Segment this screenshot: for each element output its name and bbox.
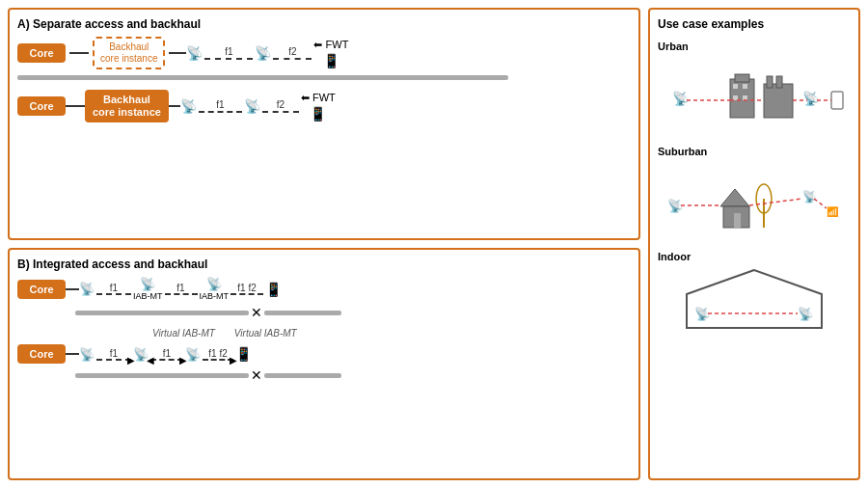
f1c-f2-b2: f1 f2 [208, 348, 227, 359]
cross-b1: ✕ [251, 305, 262, 320]
core-box-b1: Core [17, 280, 66, 299]
signal-a1-1: 📡 [186, 45, 203, 61]
svg-rect-6 [764, 84, 793, 118]
core-box-b2: Core [17, 344, 66, 364]
f1b-b2: f1 [163, 348, 171, 359]
svg-rect-18 [734, 213, 741, 228]
svg-rect-2 [733, 84, 738, 89]
signal-a2-2: 📡 [244, 98, 260, 114]
signal-a1-2: 📡 [255, 45, 271, 61]
signal-b1-2: 📡 [140, 277, 155, 291]
f1c-f2-b1: f1 f2 [237, 283, 256, 293]
svg-rect-11 [831, 92, 843, 109]
indoor-diagram: 📡 📡 [658, 265, 851, 333]
f1a-b2: f1 [110, 348, 118, 359]
f1-label-a2: f1 [216, 99, 224, 110]
indoor-section: Indoor 📡 📡 [658, 251, 851, 335]
section-b-title: B) Integrated access and backhaul [17, 258, 631, 271]
section-a-title: A) Separate access and backhaul [17, 17, 631, 31]
core-box-a1: Core [17, 43, 66, 63]
svg-marker-16 [720, 189, 749, 206]
svg-rect-3 [743, 84, 747, 89]
svg-rect-7 [767, 76, 773, 88]
signal-b2-3: 📡 [185, 347, 201, 362]
use-cases-title: Use case examples [658, 17, 851, 31]
svg-line-26 [814, 199, 827, 208]
f1a-b1: f1 [110, 283, 118, 293]
svg-line-25 [749, 199, 802, 205]
signal-b1-1: 📡 [79, 282, 95, 296]
svg-text:📶: 📶 [827, 205, 839, 218]
core-box-a2: Core [17, 96, 66, 116]
backhaul-dashed-a1: Backhaulcore instance [93, 37, 165, 69]
svg-rect-8 [776, 76, 782, 88]
signal-b1-3: 📡 [206, 277, 222, 291]
right-panel: Use case examples Urban 📡 📡 [648, 8, 860, 480]
urban-diagram: 📡 📡 [658, 55, 851, 132]
phone-b1: 📱 [265, 282, 282, 297]
virtual-iab-1: Virtual IAB-MT [152, 328, 215, 339]
phone-a1: 📱 [323, 53, 339, 68]
iab-mt-b1-1: IAB-MT [133, 291, 163, 301]
urban-label: Urban [658, 41, 851, 52]
signal-a2-1: 📡 [180, 98, 197, 114]
svg-text:📡: 📡 [672, 91, 690, 107]
signal-b2-1: 📡 [79, 347, 95, 362]
svg-text:📡: 📡 [802, 91, 820, 107]
svg-text:📡: 📡 [798, 306, 814, 322]
phone-a2: 📱 [310, 106, 326, 122]
svg-rect-1 [735, 74, 749, 82]
backhaul-solid-a2: Backhaulcore instance [85, 90, 169, 122]
svg-text:📡: 📡 [802, 189, 817, 203]
suburban-label: Suburban [658, 146, 851, 157]
left-panel: A) Separate access and backhaul Core Bac… [8, 8, 640, 480]
section-a: A) Separate access and backhaul Core Bac… [8, 8, 640, 240]
cross-b2: ✕ [251, 367, 262, 383]
phone-b2: 📱 [235, 346, 252, 362]
suburban-section: Suburban 📡 📡 📶 [658, 146, 851, 239]
virtual-iab-2: Virtual IAB-MT [234, 328, 297, 339]
f1-label-a1: f1 [225, 46, 232, 57]
fwt-label-a1: ⬅ FWT [313, 39, 348, 51]
f1b-b1: f1 [176, 283, 184, 293]
f2-label-a2: f2 [277, 99, 285, 110]
iab-mt-b1-2: IAB-MT [200, 291, 230, 301]
indoor-label: Indoor [658, 251, 851, 262]
fwt-label-a2: ⬅ FWT [301, 92, 336, 104]
suburban-diagram: 📡 📡 📶 [658, 160, 851, 237]
urban-section: Urban 📡 📡 [658, 41, 851, 134]
section-b: B) Integrated access and backhaul Core 📡… [8, 248, 640, 480]
f2-label-a1: f2 [288, 46, 296, 57]
